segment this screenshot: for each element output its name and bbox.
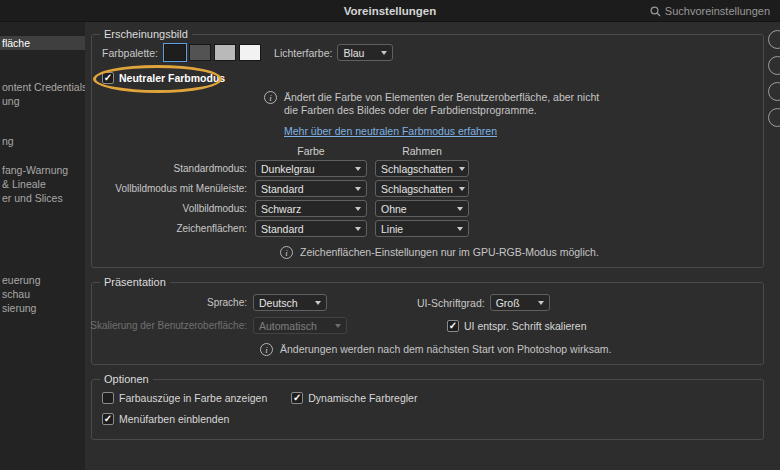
chevron-down-icon [538,301,544,305]
standard-mode-border-select[interactable]: Schlagschatten [375,160,469,177]
sidebar-item-control[interactable]: euerung [0,273,85,287]
neutral-color-mode-checkbox[interactable]: ✓ [102,72,114,84]
chevron-down-icon [457,227,463,231]
ui-scaling-select: Automatisch [253,317,347,334]
appearance-legend: Erscheinungsbild [100,28,192,40]
column-header-color: Farbe [255,145,367,157]
ui-font-size-select[interactable]: Groß [490,294,550,311]
presentation-group: Präsentation Sprache: Deutsch UI-Schrift… [91,276,764,365]
fullscreen-border-select[interactable]: Ohne [375,200,469,217]
chevron-down-icon [355,207,361,211]
chevron-down-icon [459,167,465,171]
neutral-mode-info-line1: Ändert die Farbe von Elementen der Benut… [284,91,599,104]
dialog-round-button-2[interactable] [768,56,780,75]
chevron-down-icon [355,167,361,171]
show-menu-colors-label: Menüfarben einblenden [119,413,229,425]
chevron-down-icon [355,187,361,191]
dynamic-color-sliders-label: Dynamische Farbregler [308,392,417,404]
fullscreen-color-select[interactable]: Schwarz [255,200,367,217]
standard-mode-label: Standardmodus: [102,163,247,174]
sidebar-item-content-credentials[interactable]: ontent Credentials [0,80,85,94]
chevron-down-icon [457,207,463,211]
sidebar-item-performance[interactable]: ng [0,134,85,148]
preferences-search[interactable]: Suchvoreinstellungen [650,0,770,22]
language-select[interactable]: Deutsch [253,294,327,311]
theme-swatch-light[interactable] [214,44,236,61]
options-group: Optionen Farbauszüge in Farbe anzeigen ✓… [91,373,764,440]
fullscreen-menubar-label: Vollbildmodus mit Menüleiste: [102,183,247,194]
highlight-color-select[interactable]: Blau [337,44,393,61]
search-icon [650,6,661,17]
theme-swatch-dark[interactable] [164,44,186,61]
standard-mode-color-select[interactable]: Dunkelgrau [255,160,367,177]
sidebar-item-gamut-warning[interactable]: fang-Warnung [0,163,85,177]
scale-ui-to-font-checkbox[interactable]: ✓ [447,320,459,332]
highlight-color-value: Blau [343,47,364,59]
language-label: Sprache: [102,297,247,308]
sidebar-item-file-handling[interactable]: ung [0,94,85,108]
artboards-border-select[interactable]: Linie [375,220,469,237]
scale-ui-to-font-label: UI entspr. Schrift skalieren [464,320,587,332]
titlebar: Voreinstellungen Suchvoreinstellungen [0,0,780,22]
dialog-round-button-1[interactable] [768,30,780,49]
sidebar-item-improvement[interactable]: sierung [0,301,85,315]
info-icon: i [260,343,273,356]
fullscreen-menubar-border-select[interactable]: Schlagschatten [375,180,469,197]
preferences-content: Erscheinungsbild Farbpalette: Lichterfar… [85,22,780,470]
gpu-note: Zeichenflächen-Einstellungen nur im GPU-… [300,246,599,259]
sidebar-item-interface[interactable]: fläche [0,36,85,50]
info-icon: i [264,91,277,104]
show-channels-in-color-checkbox[interactable] [102,392,114,404]
sidebar-item-preview[interactable]: schau [0,287,85,301]
column-header-border: Rahmen [375,145,469,157]
highlight-color-label: Lichterfarbe: [274,47,332,59]
presentation-legend: Präsentation [100,276,170,288]
artboards-color-select[interactable]: Standard [255,220,367,237]
theme-swatch-medium[interactable] [189,44,211,61]
show-menu-colors-checkbox[interactable]: ✓ [102,413,114,425]
ui-font-size-label: UI-Schriftgrad: [417,297,485,309]
sidebar-item-guides-slices[interactable]: er und Slices [0,191,85,205]
dialog-body: fläche ontent Credentials ung ng fang-Wa… [0,22,780,470]
dynamic-color-sliders-checkbox[interactable]: ✓ [291,392,303,404]
chevron-down-icon [381,51,387,55]
dialog-round-button-3[interactable] [768,82,780,101]
neutral-mode-learn-more-link[interactable]: Mehr über den neutralen Farbmodus erfahr… [284,125,497,137]
options-legend: Optionen [100,373,153,385]
appearance-group: Erscheinungsbild Farbpalette: Lichterfar… [91,28,764,268]
show-channels-in-color-label: Farbauszüge in Farbe anzeigen [119,392,267,404]
chevron-down-icon [335,324,341,328]
artboards-label: Zeichenflächen: [102,223,247,234]
preferences-window: Voreinstellungen Suchvoreinstellungen fl… [0,0,780,470]
theme-swatch-white[interactable] [239,44,261,61]
sidebar: fläche ontent Credentials ung ng fang-Wa… [0,22,85,470]
neutral-color-mode-label: Neutraler Farbmodus [119,72,225,84]
search-label: Suchvoreinstellungen [665,5,770,17]
chevron-down-icon [315,301,321,305]
restart-note: Änderungen werden nach dem nächsten Star… [280,343,612,356]
chevron-down-icon [459,187,465,191]
chevron-down-icon [355,227,361,231]
dialog-round-button-4[interactable] [768,108,780,127]
fullscreen-menubar-color-select[interactable]: Standard [255,180,367,197]
color-theme-label: Farbpalette: [102,47,158,59]
fullscreen-label: Vollbildmodus: [102,203,247,214]
neutral-mode-info-line2: die Farben des Bildes oder der Farbdiens… [284,104,599,117]
ui-scaling-label: Skalierung der Benutzeroberfläche: [102,320,247,331]
sidebar-item-units-rulers[interactable]: & Lineale [0,177,85,191]
info-icon: i [280,246,293,259]
